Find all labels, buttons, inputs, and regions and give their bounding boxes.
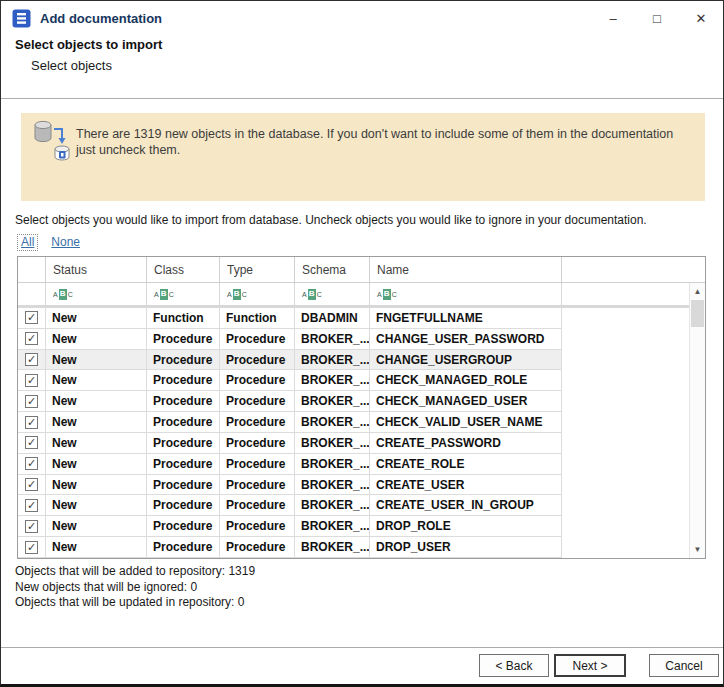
cell-schema: BROKER_... — [295, 370, 370, 390]
scroll-thumb[interactable] — [691, 300, 704, 327]
row-check-cell: ✓ — [18, 308, 46, 328]
text-filter-icon: ABC — [227, 289, 247, 300]
cell-schema: BROKER_... — [295, 350, 370, 370]
table-row[interactable]: ✓ New Procedure Procedure BROKER_... DRO… — [18, 537, 562, 558]
table-row[interactable]: ✓ New Procedure Procedure BROKER_... CHA… — [18, 329, 562, 350]
cancel-button[interactable]: Cancel — [649, 654, 719, 677]
select-column-header[interactable] — [18, 257, 46, 282]
row-checkbox[interactable]: ✓ — [25, 499, 38, 512]
text-filter-icon: ABC — [377, 289, 397, 300]
table-filter-row: ABC ABC ABC ABC ABC — [18, 283, 705, 305]
select-none-link[interactable]: None — [51, 235, 80, 249]
dialog-add-documentation: Add documentation – □ ✕ Select objects t… — [0, 0, 724, 687]
cell-type: Procedure — [220, 350, 295, 370]
scroll-up-icon[interactable]: ▲ — [690, 287, 705, 296]
cell-type: Procedure — [220, 537, 295, 557]
table-row[interactable]: ✓ New Procedure Procedure BROKER_... CHA… — [18, 350, 562, 371]
cell-class: Procedure — [147, 350, 220, 370]
row-checkbox[interactable]: ✓ — [25, 353, 38, 366]
filter-cell-status[interactable]: ABC — [46, 283, 147, 305]
row-checkbox[interactable]: ✓ — [25, 332, 38, 345]
select-all-link[interactable]: All — [17, 234, 38, 251]
row-check-cell: ✓ — [18, 370, 46, 390]
row-check-cell: ✓ — [18, 475, 46, 495]
row-checkbox[interactable]: ✓ — [25, 374, 38, 387]
summary-block: Objects that will be added to repository… — [15, 564, 255, 611]
table-scrollbar[interactable]: ▲ ▼ — [689, 283, 705, 558]
cell-status: New — [46, 516, 147, 536]
row-check-cell: ✓ — [18, 329, 46, 349]
table-row[interactable]: ✓ New Procedure Procedure BROKER_... CRE… — [18, 475, 562, 496]
row-check-cell: ✓ — [18, 412, 46, 432]
filter-cell-type[interactable]: ABC — [220, 283, 295, 305]
back-button[interactable]: < Back — [479, 654, 549, 677]
row-check-cell: ✓ — [18, 350, 46, 370]
column-header-type[interactable]: Type — [220, 257, 295, 282]
table-row[interactable]: ✓ New Procedure Procedure BROKER_... CRE… — [18, 433, 562, 454]
row-checkbox[interactable]: ✓ — [25, 416, 38, 429]
page-title: Select objects to import — [15, 37, 162, 52]
row-check-cell: ✓ — [18, 454, 46, 474]
row-checkbox[interactable]: ✓ — [25, 520, 38, 533]
titlebar: Add documentation – □ ✕ — [1, 1, 723, 35]
column-header-status[interactable]: Status — [46, 257, 147, 282]
cell-schema: BROKER_... — [295, 516, 370, 536]
row-checkbox[interactable]: ✓ — [25, 395, 38, 408]
selection-links: AllNone — [17, 235, 80, 249]
table-row[interactable]: ✓ New Procedure Procedure BROKER_... CHE… — [18, 391, 562, 412]
cell-name: CHECK_VALID_USER_NAME — [370, 412, 562, 432]
cell-name: CREATE_USER — [370, 475, 562, 495]
table-row[interactable]: ✓ New Procedure Procedure BROKER_... CHE… — [18, 370, 562, 391]
cell-schema: BROKER_... — [295, 495, 370, 515]
column-header-schema[interactable]: Schema — [295, 257, 370, 282]
text-filter-icon: ABC — [302, 289, 322, 300]
filter-cell-name[interactable]: ABC — [370, 283, 562, 305]
table-header-row: Status Class Type Schema Name — [18, 257, 705, 283]
scroll-down-icon[interactable]: ▼ — [690, 545, 705, 554]
cell-type: Procedure — [220, 412, 295, 432]
cell-class: Procedure — [147, 370, 220, 390]
table-row[interactable]: ✓ New Procedure Procedure BROKER_... CRE… — [18, 454, 562, 475]
table-row[interactable]: ✓ New Procedure Procedure BROKER_... DRO… — [18, 516, 562, 537]
filter-cell-schema[interactable]: ABC — [295, 283, 370, 305]
table-row[interactable]: ✓ New Procedure Procedure BROKER_... CRE… — [18, 495, 562, 516]
cell-class: Procedure — [147, 329, 220, 349]
column-header-name[interactable]: Name — [370, 257, 562, 282]
row-check-cell: ✓ — [18, 433, 46, 453]
cell-name: DROP_ROLE — [370, 516, 562, 536]
row-checkbox[interactable]: ✓ — [25, 436, 38, 449]
minimize-button[interactable]: – — [591, 1, 635, 35]
row-checkbox[interactable]: ✓ — [25, 541, 38, 554]
cell-status: New — [46, 308, 147, 328]
cell-schema: BROKER_... — [295, 412, 370, 432]
table-row[interactable]: ✓ New Procedure Procedure BROKER_... CHE… — [18, 412, 562, 433]
row-check-cell: ✓ — [18, 391, 46, 411]
table-row[interactable]: ✓ New Function Function DBADMIN FNGETFUL… — [18, 308, 562, 329]
text-filter-icon: ABC — [154, 289, 174, 300]
cell-type: Procedure — [220, 516, 295, 536]
cell-class: Procedure — [147, 475, 220, 495]
cell-schema: BROKER_... — [295, 391, 370, 411]
close-button[interactable]: ✕ — [679, 1, 723, 35]
cell-type: Procedure — [220, 495, 295, 515]
column-header-class[interactable]: Class — [147, 257, 220, 282]
cell-name: DROP_USER — [370, 537, 562, 557]
row-checkbox[interactable]: ✓ — [25, 478, 38, 491]
cell-schema: BROKER_... — [295, 433, 370, 453]
row-checkbox[interactable]: ✓ — [25, 457, 38, 470]
instruction-text: Select objects you would like to import … — [15, 213, 647, 227]
cell-class: Procedure — [147, 391, 220, 411]
next-button[interactable]: Next > — [554, 654, 626, 677]
cell-schema: BROKER_... — [295, 454, 370, 474]
cell-type: Procedure — [220, 475, 295, 495]
cell-name: CHECK_MANAGED_ROLE — [370, 370, 562, 390]
cell-name: CHANGE_USER_PASSWORD — [370, 329, 562, 349]
cell-name: CREATE_ROLE — [370, 454, 562, 474]
filter-cell-class[interactable]: ABC — [147, 283, 220, 305]
window-title: Add documentation — [40, 11, 162, 26]
summary-added: Objects that will be added to repository… — [15, 564, 255, 580]
row-checkbox[interactable]: ✓ — [25, 311, 38, 324]
cell-status: New — [46, 454, 147, 474]
maximize-button[interactable]: □ — [635, 1, 679, 35]
text-filter-icon: ABC — [53, 289, 73, 300]
